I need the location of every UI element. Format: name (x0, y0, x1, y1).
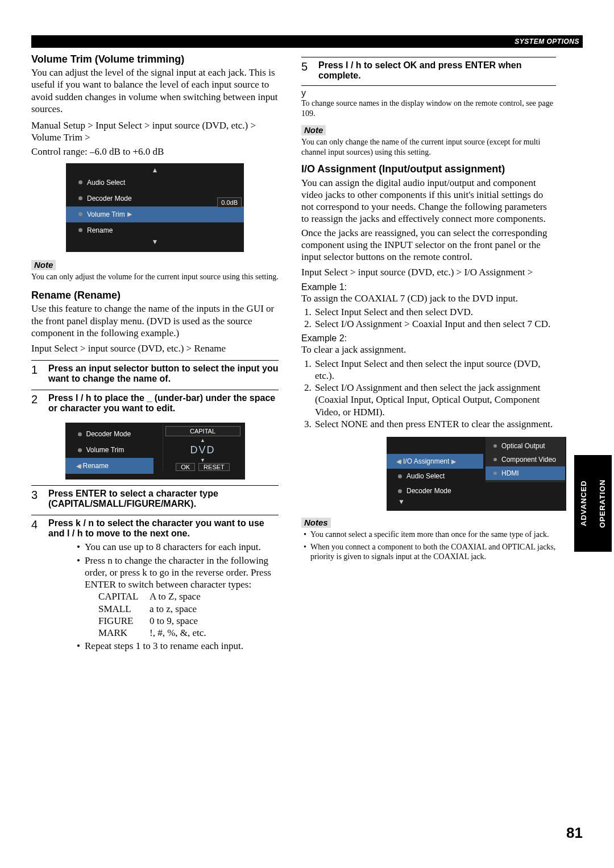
char-type-box: CAPITAL (165, 426, 240, 436)
step-number: 5 (301, 60, 312, 81)
notes-label: Notes (301, 518, 331, 528)
step-number: 2 (31, 393, 42, 414)
tab-operation: OPERATION (593, 455, 612, 552)
chevron-left-icon: ◀ (396, 458, 401, 465)
note-text: You can only change the name of the curr… (301, 137, 556, 157)
gui-sub-item-label: HDMI (501, 469, 519, 477)
note-bullet: You cannot select a specific item more t… (310, 530, 556, 540)
gui-item: Decoder Mode (406, 487, 451, 495)
gui-sub-item-selected: HDMI (486, 466, 565, 480)
list-item: Select Input Select and then select the … (314, 358, 556, 382)
list-item: Select I/O Assignment and then select th… (314, 382, 556, 418)
step-1: 1 Press an input selector button to sele… (31, 360, 279, 384)
grid-cell: CAPITAL (98, 590, 150, 602)
rename-path: Input Select > input source (DVD, etc.) … (31, 342, 279, 354)
scroll-up-icon: ▲ (66, 167, 244, 175)
bullet: Press n to change the character in the f… (77, 555, 279, 639)
chevron-right-icon: ▶ (127, 210, 132, 218)
tab-advanced: ADVANCED (574, 455, 593, 552)
io-assignment-heading: I/O Assignment (Input/output assignment) (301, 163, 556, 176)
example-2-list: Select Input Select and then select the … (301, 358, 556, 431)
gui-item: Audio Select (87, 179, 125, 187)
grid-cell: SMALL (98, 603, 150, 615)
section-header-text: SYSTEM OPTIONS (515, 38, 579, 46)
step-number: 3 (31, 489, 42, 509)
tab-text: OPERATION (598, 479, 607, 527)
gui-item: Decoder Mode (87, 195, 132, 202)
gui-item: Audio Select (406, 472, 445, 480)
gui-value-box: 0.0dB (217, 197, 242, 208)
volume-trim-path: Manual Setup > Input Select > input sour… (31, 119, 279, 144)
note-bullet: When you connect a component to both the… (310, 542, 556, 562)
note-label: Note (301, 125, 326, 135)
bullet: You can use up to 8 characters for each … (77, 541, 279, 553)
reset-button: RESET (198, 463, 230, 471)
volume-trim-heading: Volume Trim (Volume trimming) (31, 53, 279, 65)
step-body: Press ENTER to select a character type (… (48, 489, 279, 509)
io-assignment-gui: ◀ I/O Assignment ▶ Audio Select Decoder … (387, 437, 566, 511)
bullet-text: Press n to change the character in the f… (85, 555, 271, 590)
io-desc-1: You can assign the digital audio input/o… (301, 177, 556, 225)
grid-cell: a to z, space (150, 603, 279, 615)
chevron-right-icon: ▶ (451, 458, 456, 465)
bullet: Repeat steps 1 to 3 to rename each input… (77, 640, 279, 652)
io-desc-2: Once the jacks are reassigned, you can s… (301, 227, 556, 263)
hint-text: To change source names in the display wi… (301, 98, 556, 118)
gui-item: Decoder Mode (86, 430, 131, 438)
grid-cell: A to Z, space (150, 590, 279, 602)
note-label: Note (31, 260, 56, 270)
gui-item-label: Volume Trim (87, 210, 125, 218)
list-item: Select Input Select and then select DVD. (314, 306, 556, 318)
rename-desc: Use this feature to change the name of t… (31, 303, 279, 339)
triangle-up-icon: ▲ (163, 437, 243, 443)
scroll-down-icon: ▼ (387, 498, 483, 506)
gui-item-selected: Volume Trim ▶ (66, 206, 244, 222)
volume-trim-desc: You can adjust the level of the signal i… (31, 67, 279, 115)
grid-cell: !, #, %, &, etc. (150, 627, 279, 639)
step-body: Press l / h to select OK and press ENTER… (318, 60, 556, 81)
step-4-text: Press k / n to select the character you … (48, 518, 264, 538)
example-2-heading: Example 2: (301, 333, 556, 344)
step-3: 3 Press ENTER to select a character type… (31, 485, 279, 509)
grid-cell: FIGURE (98, 615, 150, 627)
gui-item-selected: ◀ Rename (65, 458, 154, 474)
grid-cell: 0 to 9, space (150, 615, 279, 627)
rename-gui: Decoder Mode Volume Trim ◀ Rename CAPITA… (65, 423, 245, 480)
triangle-down-icon: ▼ (163, 457, 243, 463)
grid-cell: MARK (98, 627, 150, 639)
example-1-heading: Example 1: (301, 282, 556, 292)
section-thumb-tab: ADVANCED OPERATION (574, 455, 614, 552)
example-2-desc: To clear a jack assignment. (301, 344, 556, 356)
gui-item-selected: ◀ I/O Assignment ▶ (387, 454, 483, 469)
scroll-down-icon: ▼ (66, 238, 244, 246)
note-text: You can only adjust the volume for the c… (31, 272, 279, 282)
chevron-left-icon: ◀ (76, 462, 81, 470)
list-item: Select I/O Assignment > Coaxial Input an… (314, 318, 556, 330)
gui-item-label: Rename (83, 462, 109, 470)
char-type-grid: CAPITALA to Z, space SMALLa to z, space … (98, 590, 279, 639)
rename-value: DVD (163, 444, 243, 456)
gui-sub-item: Optical Output (501, 442, 545, 450)
notes-list: You cannot select a specific item more t… (301, 530, 556, 562)
step-number: 1 (31, 363, 42, 384)
step-body: Press an input selector button to select… (48, 363, 279, 384)
page: SYSTEM OPTIONS Volume Trim (Volume trimm… (0, 0, 614, 868)
step-4: 4 Press k / n to select the character yo… (31, 515, 279, 653)
ok-button: OK (176, 463, 195, 471)
step-5: 5 Press l / h to select OK and press ENT… (301, 57, 556, 81)
gui-item: Volume Trim (86, 446, 125, 454)
left-column: Volume Trim (Volume trimming) You can ad… (31, 51, 279, 654)
io-path: Input Select > input source (DVD, etc.) … (301, 266, 556, 278)
right-column: 5 Press l / h to select OK and press ENT… (301, 51, 556, 654)
tab-text: ADVANCED (579, 481, 588, 527)
example-1-list: Select Input Select and then select DVD.… (301, 306, 556, 330)
hint-symbol: y (301, 88, 306, 98)
example-1-desc: To assign the COAXIAL 7 (CD) jack to the… (301, 292, 556, 304)
list-item: Select NONE and then press ENTER to clea… (314, 418, 556, 430)
rename-heading: Rename (Rename) (31, 290, 279, 301)
gui-sub-item: Component Video (501, 456, 556, 464)
section-header-bar: SYSTEM OPTIONS (31, 35, 583, 48)
step-2: 2 Press l / h to place the _ (under-bar)… (31, 390, 279, 414)
volume-trim-range: Control range: –6.0 dB to +6.0 dB (31, 146, 279, 158)
step-number: 4 (31, 518, 42, 653)
